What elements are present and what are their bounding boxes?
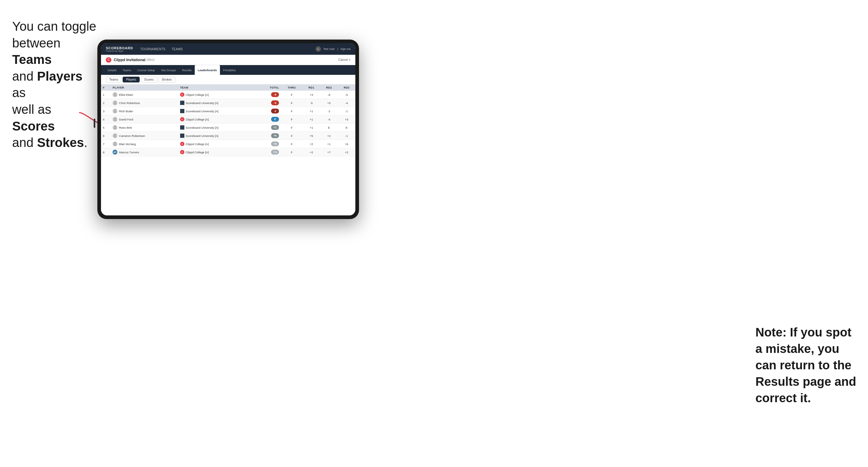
leaderboard-table: # PLAYER TEAM TOTAL THRU RD1 RD2 RD3 1 — [101, 85, 355, 215]
cell-total: +11 — [256, 148, 281, 156]
player-avatar — [113, 92, 118, 97]
table-row: 1 Elliot Ebert C Clippd College [A] -8 F… — [101, 91, 355, 99]
cell-thru: F — [281, 107, 302, 115]
cell-thru: F — [281, 140, 302, 148]
player-avatar — [113, 100, 118, 105]
sub-tab-scores[interactable]: Scores — [141, 77, 157, 83]
logo-subtitle: Powered by clippd — [106, 50, 133, 52]
nav-tournaments[interactable]: TOURNAMENTS — [138, 46, 168, 52]
table-row: 4 David Ford C Clippd College [A] E F +1… — [101, 115, 355, 124]
player-avatar: MT — [113, 150, 118, 155]
cell-total: +6 — [256, 132, 281, 140]
player-avatar — [113, 142, 118, 146]
cell-total: -2 — [256, 107, 281, 115]
cell-thru: F — [281, 115, 302, 124]
header-separator: | — [337, 48, 338, 51]
svg-point-6 — [114, 134, 116, 136]
team-logo — [180, 133, 184, 138]
cell-rd2: +7 — [320, 148, 338, 156]
tab-teams[interactable]: Teams — [120, 65, 134, 75]
svg-point-7 — [114, 142, 116, 144]
team-logo — [180, 125, 184, 130]
tab-tee-groups[interactable]: Tee Groups — [158, 65, 179, 75]
table-row: 6 Cameron Robertson Scoreboard Universit… — [101, 132, 355, 140]
tab-details[interactable]: Details — [105, 65, 120, 75]
tab-printables[interactable]: Printables — [220, 65, 239, 75]
right-annotation: Note: If you spota mistake, youcan retur… — [755, 324, 859, 406]
score-badge: E — [271, 117, 279, 122]
score-badge: +8 — [271, 142, 279, 146]
cell-num: 6 — [101, 132, 111, 140]
cell-total: E — [256, 115, 281, 124]
cell-num: 5 — [101, 124, 111, 132]
sign-out-link[interactable]: Sign out — [340, 48, 350, 51]
cell-rd2: +5 — [320, 99, 338, 107]
cell-rd2: -2 — [320, 107, 338, 115]
table-body: 1 Elliot Ebert C Clippd College [A] -8 F… — [101, 91, 355, 156]
team-logo: C — [180, 117, 184, 121]
user-name: Test User — [323, 48, 335, 51]
cell-rd1: +1 — [303, 124, 320, 132]
score-badge: +11 — [271, 150, 279, 155]
cell-thru: F — [281, 124, 302, 132]
sub-tab-players[interactable]: Players — [123, 77, 140, 83]
score-badge: +1 — [271, 125, 279, 130]
cell-rd1: +5 — [303, 132, 320, 140]
svg-point-1 — [114, 93, 116, 95]
cell-rd2: -6 — [320, 91, 338, 99]
player-avatar — [113, 117, 118, 122]
col-player: PLAYER — [111, 85, 178, 91]
col-rd2: RD2 — [320, 85, 338, 91]
cancel-button[interactable]: Cancel × — [338, 58, 350, 61]
table-row: 2 Chris Robertson Scoreboard University … — [101, 99, 355, 107]
cell-thru: F — [281, 99, 302, 107]
main-nav: TOURNAMENTS TEAMS — [138, 46, 315, 52]
cell-rd1: +1 — [303, 107, 320, 115]
cell-rd3: +6 — [338, 140, 355, 148]
cell-thru: F — [281, 132, 302, 140]
cell-rd2: +1 — [320, 140, 338, 148]
player-avatar — [113, 125, 118, 130]
cell-rd1: +3 — [303, 91, 320, 99]
col-thru: THRU — [281, 85, 302, 91]
cell-team: Scoreboard University [A] — [178, 132, 256, 140]
cell-player: David Ford — [111, 115, 178, 124]
tab-leaderboards[interactable]: Leaderboards — [195, 65, 220, 75]
cell-rd2: -4 — [320, 115, 338, 124]
col-rd1: RD1 — [303, 85, 320, 91]
cell-player: Elliot Ebert — [111, 91, 178, 99]
cell-player: Cameron Robertson — [111, 132, 178, 140]
cell-num: 3 — [101, 107, 111, 115]
cell-team: Scoreboard University [A] — [178, 99, 256, 107]
cell-player: Rees Britt — [111, 124, 178, 132]
team-logo — [180, 109, 184, 113]
cell-total: -4 — [256, 99, 281, 107]
cell-team: C Clippd College [A] — [178, 91, 256, 99]
team-logo: C — [180, 150, 184, 154]
sub-tab-teams[interactable]: Teams — [106, 77, 121, 83]
nav-teams[interactable]: TEAMS — [169, 46, 185, 52]
cell-team: Scoreboard University [A] — [178, 124, 256, 132]
col-team: TEAM — [178, 85, 256, 91]
cell-rd1: +1 — [303, 115, 320, 124]
cell-rd3: +2 — [338, 148, 355, 156]
tablet-side-button — [94, 119, 95, 128]
tab-results[interactable]: Results — [179, 65, 195, 75]
cell-num: 8 — [101, 148, 111, 156]
tournament-icon: C — [106, 57, 111, 63]
cell-num: 2 — [101, 99, 111, 107]
user-avatar: U — [315, 46, 321, 52]
cell-rd3: -4 — [338, 99, 355, 107]
tab-course-setup[interactable]: Course Setup — [134, 65, 158, 75]
sub-tab-strokes[interactable]: Strokes — [158, 77, 175, 83]
cell-team: Scoreboard University [A] — [178, 107, 256, 115]
table-row: 3 Rich Butler Scoreboard University [A] … — [101, 107, 355, 115]
logo-title: SCOREBOARD — [106, 46, 133, 50]
team-logo: C — [180, 142, 184, 146]
players-table: # PLAYER TEAM TOTAL THRU RD1 RD2 RD3 1 — [101, 85, 355, 156]
tablet-frame: SCOREBOARD Powered by clippd TOURNAMENTS… — [97, 39, 359, 219]
table-row: 5 Rees Britt Scoreboard University [A] +… — [101, 124, 355, 132]
cell-rd2: +2 — [320, 132, 338, 140]
cell-rd3: E — [338, 124, 355, 132]
cell-rd3: -1 — [338, 107, 355, 115]
